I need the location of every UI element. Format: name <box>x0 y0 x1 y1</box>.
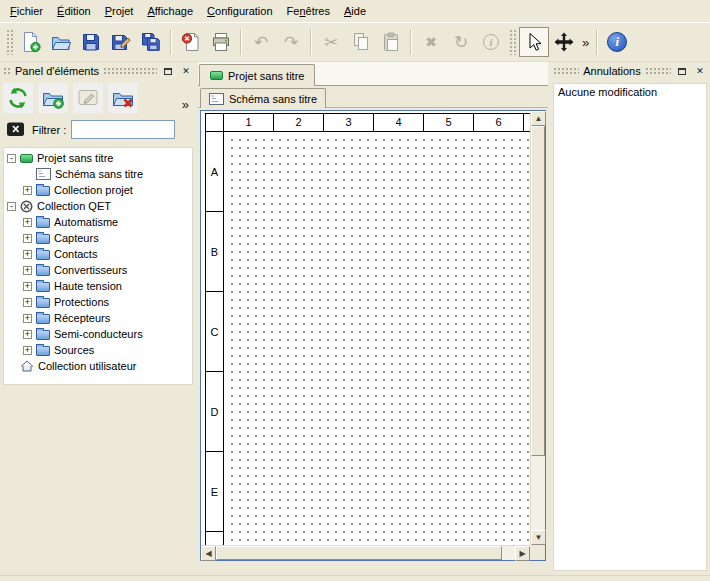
collapse-expander[interactable]: - <box>7 154 16 163</box>
tree-item-sources[interactable]: +Sources <box>4 342 192 358</box>
menu-edition[interactable]: Édition <box>50 2 98 20</box>
scroll-left-button[interactable]: ◀ <box>201 546 216 561</box>
collapse-expander[interactable]: - <box>7 202 16 211</box>
expand-expander[interactable]: + <box>23 314 32 323</box>
menu-configuration[interactable]: Configuration <box>200 2 279 20</box>
save-button[interactable] <box>76 27 106 57</box>
dock-drag-handle[interactable] <box>3 67 11 76</box>
save-as-button[interactable] <box>106 27 136 57</box>
expand-expander[interactable]: + <box>23 298 32 307</box>
redo-icon: ↷ <box>284 34 298 51</box>
move-tool-button[interactable] <box>549 27 579 57</box>
delete-element-button[interactable] <box>108 83 138 113</box>
undo-history-list[interactable]: Aucune modification <box>553 83 707 571</box>
tree-item-semi-conducteurs[interactable]: +Semi-conducteurs <box>4 326 192 342</box>
schema-page[interactable]: 1 2 3 4 5 6 A B C <box>205 113 530 545</box>
tree-item-automatisme[interactable]: +Automatisme <box>4 214 192 230</box>
column-header: 6 <box>474 114 524 131</box>
menu-affichage[interactable]: Affichage <box>140 2 200 20</box>
print-button[interactable] <box>206 27 236 57</box>
tree-item-convertisseurs[interactable]: +Convertisseurs <box>4 262 192 278</box>
folder-icon <box>36 346 50 356</box>
row-header: D <box>206 372 224 452</box>
dock-close-button[interactable]: ✕ <box>693 65 707 78</box>
clear-filter-button[interactable] <box>5 121 27 139</box>
scroll-right-button[interactable]: ▶ <box>515 546 530 561</box>
expand-expander[interactable]: + <box>23 282 32 291</box>
vertical-scroll-thumb[interactable] <box>531 126 545 456</box>
undo-panel-titlebar: Annulations ✕ <box>550 62 710 80</box>
toolbar-drag-handle[interactable] <box>6 29 13 55</box>
tree-item-contacts[interactable]: +Contacts <box>4 246 192 262</box>
vertical-scrollbar[interactable]: ▲ ▼ <box>530 111 545 545</box>
tree-item-capteurs[interactable]: +Capteurs <box>4 230 192 246</box>
undo-icon: ↶ <box>254 34 268 51</box>
expand-expander[interactable]: + <box>23 250 32 259</box>
menu-fichier[interactable]: Fichier <box>3 2 50 20</box>
expand-expander[interactable]: + <box>23 186 32 195</box>
toolbar-overflow-button[interactable]: » <box>579 35 592 50</box>
filter-row: Filtrer : <box>0 116 196 143</box>
column-header: 1 <box>224 114 274 131</box>
tree-item-protections[interactable]: +Protections <box>4 294 192 310</box>
tree-item-collection-qet[interactable]: -Collection QET <box>4 198 192 214</box>
schema-grid-canvas[interactable] <box>225 133 530 545</box>
open-project-button[interactable] <box>46 27 76 57</box>
cut-button: ✂ <box>316 27 346 57</box>
row-ruler: A B C D E <box>206 132 224 545</box>
reload-collections-button[interactable] <box>3 83 33 113</box>
about-info-button[interactable]: i <box>602 27 632 57</box>
dock-float-button[interactable] <box>675 65 689 78</box>
menu-projet[interactable]: Projet <box>98 2 141 20</box>
column-header: 3 <box>324 114 374 131</box>
elements-toolbar-overflow-button[interactable]: » <box>182 97 193 114</box>
toolbar-drag-handle[interactable] <box>509 29 516 55</box>
tab-schema-sans-titre[interactable]: Schéma sans titre <box>200 88 326 108</box>
tree-item-schema[interactable]: Schéma sans titre <box>4 166 192 182</box>
expand-expander[interactable]: + <box>23 218 32 227</box>
folder-icon <box>36 314 50 324</box>
cursor-arrow-icon <box>523 31 545 53</box>
tree-item-recepteurs[interactable]: +Récepteurs <box>4 310 192 326</box>
tree-item-collection-projet[interactable]: +Collection projet <box>4 182 192 198</box>
expand-expander[interactable]: + <box>23 330 32 339</box>
scroll-up-button[interactable]: ▲ <box>531 111 546 126</box>
expand-expander[interactable]: + <box>23 266 32 275</box>
scissors-icon: ✂ <box>324 34 338 51</box>
dock-drag-handle[interactable] <box>645 67 671 76</box>
filter-input[interactable] <box>71 120 175 139</box>
schema-viewport[interactable]: 1 2 3 4 5 6 A B C <box>201 111 530 545</box>
horizontal-scrollbar[interactable]: ◀ ▶ <box>201 545 530 560</box>
scroll-down-button[interactable]: ▼ <box>531 530 546 545</box>
project-area: Projet sans titre Schéma sans titre <box>198 62 548 575</box>
close-project-button[interactable] <box>176 27 206 57</box>
expand-expander[interactable]: + <box>23 234 32 243</box>
scrollbar-corner <box>530 545 545 560</box>
expand-expander[interactable]: + <box>23 346 32 355</box>
dock-drag-handle[interactable] <box>553 67 579 76</box>
menu-fenetres[interactable]: Fenêtres <box>280 2 337 20</box>
column-header: 2 <box>274 114 324 131</box>
tree-item-haute-tension[interactable]: +Haute tension <box>4 278 192 294</box>
toolbar-separator <box>310 29 312 55</box>
arrow-right-icon: ▶ <box>519 550 525 558</box>
undo-panel-title: Annulations <box>583 65 641 77</box>
select-tool-button[interactable] <box>519 27 549 57</box>
tree-item-project[interactable]: -Projet sans titre <box>4 150 192 166</box>
folder-icon <box>36 218 50 228</box>
dock-float-button[interactable] <box>161 65 175 78</box>
tab-projet-sans-titre[interactable]: Projet sans titre <box>199 64 315 86</box>
edit-element-button <box>73 83 103 113</box>
menu-aide[interactable]: Aide <box>337 2 373 20</box>
schema-icon <box>209 93 224 105</box>
save-all-button[interactable] <box>136 27 166 57</box>
dock-drag-handle[interactable] <box>103 67 157 76</box>
schema-view: 1 2 3 4 5 6 A B C <box>200 110 546 561</box>
ruler-corner <box>206 114 224 132</box>
new-element-button[interactable] <box>38 83 68 113</box>
dock-close-button[interactable]: ✕ <box>179 65 193 78</box>
horizontal-scroll-thumb[interactable] <box>216 546 502 560</box>
undo-button: ↶ <box>246 27 276 57</box>
new-document-button[interactable] <box>16 27 46 57</box>
tree-item-collection-utilisateur[interactable]: Collection utilisateur <box>4 358 192 374</box>
